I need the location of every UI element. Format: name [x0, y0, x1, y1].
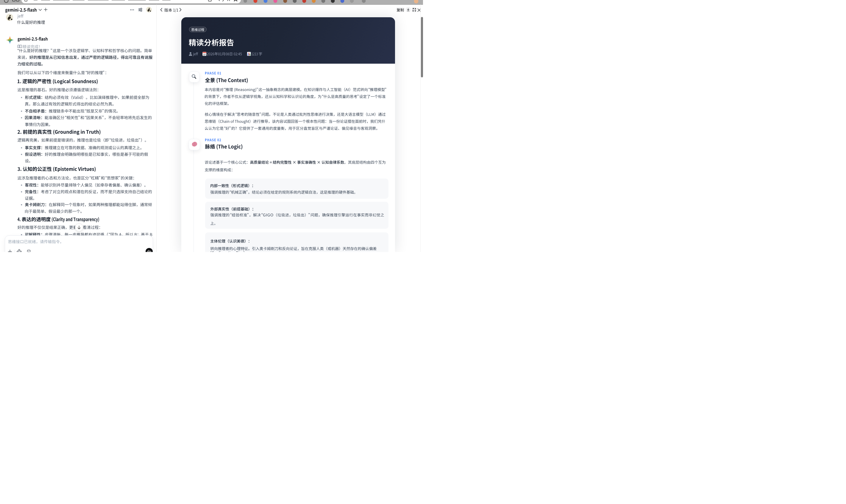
svg-text:17: 17	[203, 53, 206, 56]
